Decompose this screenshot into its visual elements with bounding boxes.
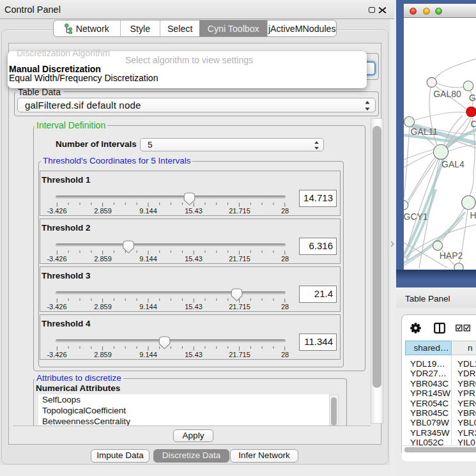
svg-text:GCY1: GCY1 bbox=[404, 211, 428, 222]
svg-text:GAL: GAL bbox=[469, 93, 476, 103]
svg-text:H: H bbox=[470, 210, 476, 220]
svg-text:GAL80: GAL80 bbox=[433, 89, 461, 99]
svg-text:HAP2: HAP2 bbox=[440, 250, 463, 261]
svg-text:GAL4: GAL4 bbox=[441, 159, 464, 169]
svg-text:GAL11: GAL11 bbox=[411, 127, 438, 137]
svg-text:C: C bbox=[471, 119, 476, 129]
